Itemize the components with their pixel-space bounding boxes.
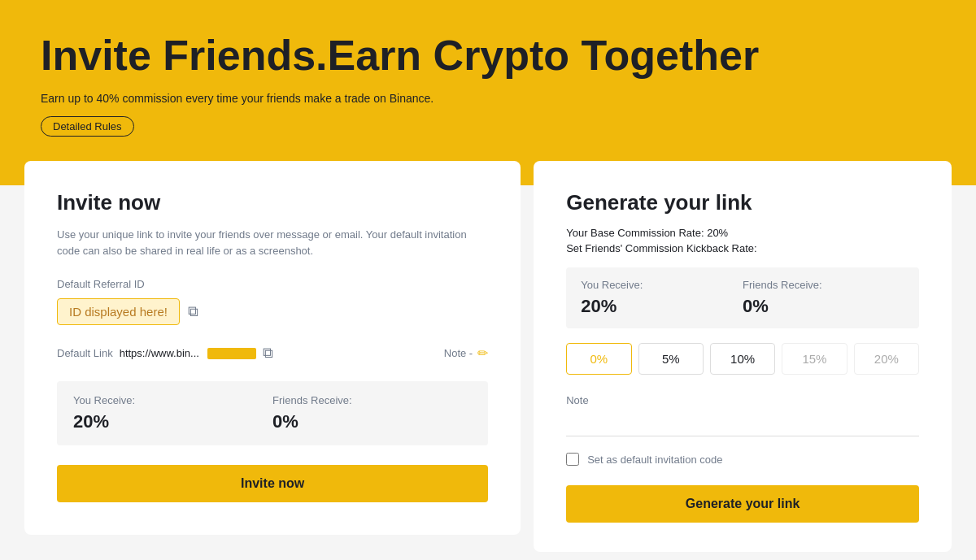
edit-note-icon[interactable]: ✏ [477,345,488,361]
right-note-label: Note [566,394,919,406]
right-friends-receive-col: Friends Receive: 0% [743,279,904,317]
kickback-label: Set Friends' Commission Kickback Rate: [566,242,756,254]
right-you-receive-label: You Receive: [581,279,743,291]
invite-now-desc: Use your unique link to invite your frie… [57,227,488,258]
referral-id-value: ID displayed here! [57,298,180,325]
right-you-receive-value: 20% [581,296,743,317]
default-link-label: Default Link [57,347,113,359]
you-receive-col: You Receive: 20% [73,394,272,432]
copy-referral-id-icon[interactable]: ⧉ [188,303,198,320]
default-link-row: Default Link https://www.bin... ⧉ Note -… [57,345,488,362]
invite-now-card: Invite now Use your unique link to invit… [24,161,521,535]
default-code-checkbox[interactable] [566,453,579,466]
rate-buttons-row: 0%5%10%15%20% [566,343,919,375]
friends-receive-col: Friends Receive: 0% [272,394,472,432]
friends-receive-value: 0% [272,411,472,432]
right-friends-receive-label: Friends Receive: [743,279,904,291]
base-commission-info: Your Base Commission Rate: 20% [566,227,919,239]
hero-title: Invite Friends.Earn Crypto Together [41,33,935,79]
rate-btn-20%[interactable]: 20% [854,343,919,375]
base-commission-value: 20% [707,227,728,239]
invite-now-title: Invite now [57,190,488,215]
default-link-url: https://www.bin... [120,347,199,359]
note-row: Note - ✏ [444,345,488,361]
note-label: Note - [444,347,473,359]
link-blur-overlay [207,348,256,359]
rate-btn-0%[interactable]: 0% [566,343,631,375]
hero-section: Invite Friends.Earn Crypto Together Earn… [0,0,976,185]
kickback-info: Set Friends' Commission Kickback Rate: [566,242,919,254]
you-receive-label: You Receive: [73,394,272,406]
referral-id-label: Default Referral ID [57,278,488,290]
rate-btn-10%[interactable]: 10% [710,343,775,375]
right-friends-receive-value: 0% [743,296,904,317]
hero-subtitle: Earn up to 40% commission every time you… [41,92,935,105]
copy-link-icon[interactable]: ⧉ [263,345,273,362]
you-receive-value: 20% [73,411,272,432]
checkbox-label: Set as default invitation code [587,454,722,466]
generate-link-button[interactable]: Generate your link [566,485,919,523]
receive-grid: You Receive: 20% Friends Receive: 0% [57,381,488,445]
rate-btn-15%[interactable]: 15% [782,343,847,375]
generate-link-title: Generate your link [566,190,919,215]
invite-now-button[interactable]: Invite now [57,465,488,502]
friends-receive-label: Friends Receive: [272,394,472,406]
cards-container: Invite now Use your unique link to invit… [0,161,976,552]
right-you-receive-col: You Receive: 20% [581,279,743,317]
generate-link-card: Generate your link Your Base Commission … [534,161,952,552]
right-receive-grid: You Receive: 20% Friends Receive: 0% [566,267,919,328]
note-input[interactable] [566,413,919,436]
detailed-rules-button[interactable]: Detailed Rules [41,116,134,137]
base-commission-label: Your Base Commission Rate: [566,227,704,239]
referral-id-box: ID displayed here! ⧉ [57,298,198,325]
rate-btn-5%[interactable]: 5% [638,343,704,375]
default-code-checkbox-row: Set as default invitation code [566,453,919,466]
